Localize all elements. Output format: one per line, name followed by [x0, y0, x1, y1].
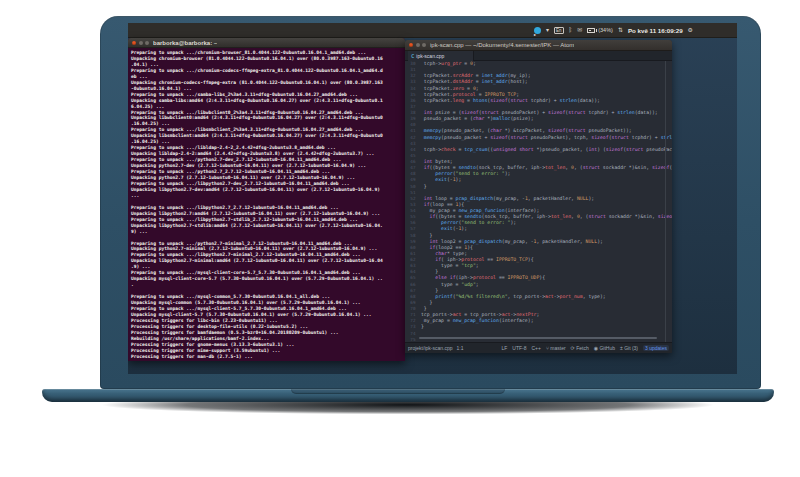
terminal-line: Unpacking libpython2.7-stdlib:amd64 (2.7…: [131, 223, 405, 229]
terminal-line: Unpacking libsmbclient:amd64 (2:4.3.11+d…: [131, 133, 405, 139]
laptop-base-notch: [291, 389, 505, 394]
minimize-button[interactable]: [139, 41, 143, 45]
terminal-line: Unpacking libpython2.7-minimal:amd64 (2.…: [131, 258, 405, 264]
terminal-titlebar[interactable]: barborka@barborka: ~: [128, 38, 405, 48]
atom-window-title: ipk-scan.cpp — ~/Dokumenty/4.semester/IP…: [430, 42, 574, 48]
battery-icon[interactable]: (34%): [587, 23, 613, 38]
battery-shell: [587, 28, 595, 33]
github-indicator[interactable]: ◉ GitHub: [594, 345, 615, 351]
code-editor[interactable]: 3031323334353637383940414243444546474849…: [405, 61, 672, 342]
status-cursor-position[interactable]: 1:1: [456, 345, 463, 351]
terminal-line: Unpacking chromium-codecs-ffmpeg-extra (…: [131, 80, 405, 86]
terminal-line: Unpacking chromium-browser (81.0.4044.12…: [131, 56, 405, 62]
close-button[interactable]: [409, 43, 413, 47]
maximize-button[interactable]: [145, 41, 149, 45]
status-right-items: LFUTF-8C++⑂ master⟳ Fetch◉ GitHub± Git (…: [501, 345, 638, 351]
terminal-line: Processing triggers for man-db (2.7.5-1)…: [131, 354, 405, 360]
horizontal-scrollbar[interactable]: [419, 337, 657, 339]
minimize-button[interactable]: [416, 43, 420, 47]
code-line: memcpy(pseudo_packet + sizeof(struct pse…: [418, 135, 672, 141]
mail-icon[interactable]: ✉: [577, 23, 582, 38]
atom-tab-bar: C ipk-scan.cpp: [405, 51, 672, 61]
terminal-line: Unpacking libwbclient0:amd64 (2:4.3.11+d…: [131, 115, 405, 121]
terminal-line: Unpacking mysql-client-core-5.7 (5.7.30-…: [131, 276, 405, 282]
update-badge[interactable]: 3 updates: [643, 345, 669, 351]
terminal-output[interactable]: Preparing to unpack .../chromium-browser…: [128, 48, 405, 361]
terminal-line: Unpacking mysql-client-5.7 (5.7.30-0ubun…: [131, 312, 405, 318]
terminal-title: barborka@barborka: ~: [153, 40, 217, 46]
encoding-indicator[interactable]: UTF-8: [512, 345, 526, 351]
system-tray: ▸ ▾ En ᛒ ✉ (34%) ⇅ Po kvě 11 16:09:29 ⚙: [534, 23, 693, 38]
editor-code-area: tcph->urg_ptr = 0; tcpPacket.srcAddr = i…: [418, 61, 672, 342]
maximize-button[interactable]: [422, 43, 426, 47]
laptop-screen: ▸ ▾ En ᛒ ✉ (34%) ⇅ Po kvě 11 16:09:29 ⚙: [128, 23, 737, 374]
fetch-button[interactable]: ⟳ Fetch: [571, 345, 589, 351]
atom-status-bar: projekt/ipk-scan.cpp 1:1 LFUTF-8C++⑂ mas…: [405, 342, 672, 353]
git-branch-indicator[interactable]: ⑂ master: [546, 345, 566, 351]
status-file-path[interactable]: projekt/ipk-scan.cpp: [408, 345, 452, 351]
wrap-guide: [665, 61, 666, 342]
battery-nub: [596, 29, 597, 32]
line-ending-indicator[interactable]: LF: [501, 345, 507, 351]
atom-titlebar[interactable]: ipk-scan.cpp — ~/Dokumenty/4.semester/IP…: [405, 40, 672, 51]
session-gear-icon[interactable]: ⚙: [688, 23, 693, 38]
terminal-line: Unpacking samba-libs:amd64 (2:4.3.11+dfs…: [131, 98, 405, 104]
telegram-icon[interactable]: ▸: [534, 27, 541, 34]
git-changes-indicator[interactable]: ± Git (3): [620, 345, 638, 351]
battery-percentage: (34%): [598, 23, 613, 38]
terminal-line: Preparing to unpack .../chromium-codecs-…: [131, 68, 405, 74]
ubuntu-top-panel: ▸ ▾ En ᛒ ✉ (34%) ⇅ Po kvě 11 16:09:29 ⚙: [128, 23, 737, 38]
close-button[interactable]: [132, 41, 136, 45]
terminal-window-controls: [132, 41, 149, 45]
panel-clock[interactable]: Po kvě 11 16:09:29: [628, 23, 683, 38]
bluetooth-icon[interactable]: ᛒ: [569, 23, 573, 38]
code-line: tcph->check = tcp_csum((unsigned short *…: [418, 147, 672, 153]
terminal-window: barborka@barborka: ~ Preparing to unpack…: [128, 38, 405, 361]
keyboard-layout-indicator[interactable]: En: [554, 27, 564, 34]
atom-window-controls: [409, 43, 426, 47]
atom-window: ipk-scan.cpp — ~/Dokumenty/4.semester/IP…: [405, 40, 672, 353]
terminal-line: Unpacking libpython2.7:amd64 (2.7.12-1ub…: [131, 211, 405, 217]
network-arrows-icon[interactable]: ⇅: [618, 23, 623, 38]
laptop-mockup: ▸ ▾ En ᛒ ✉ (34%) ⇅ Po kvě 11 16:09:29 ⚙: [0, 0, 800, 477]
tab-ipk-scan-cpp[interactable]: C ipk-scan.cpp: [408, 51, 474, 61]
cpp-file-icon: C: [411, 53, 414, 59]
grammar-indicator[interactable]: C++: [531, 345, 540, 351]
tab-label: ipk-scan.cpp: [416, 53, 444, 59]
terminal-line: Unpacking libpython2.7-dev:amd64 (2.7.12…: [131, 187, 405, 193]
editor-gutter: 3031323334353637383940414243444546474849…: [405, 61, 418, 342]
volume-icon[interactable]: ▾: [546, 23, 549, 38]
laptop-base: [42, 389, 774, 402]
